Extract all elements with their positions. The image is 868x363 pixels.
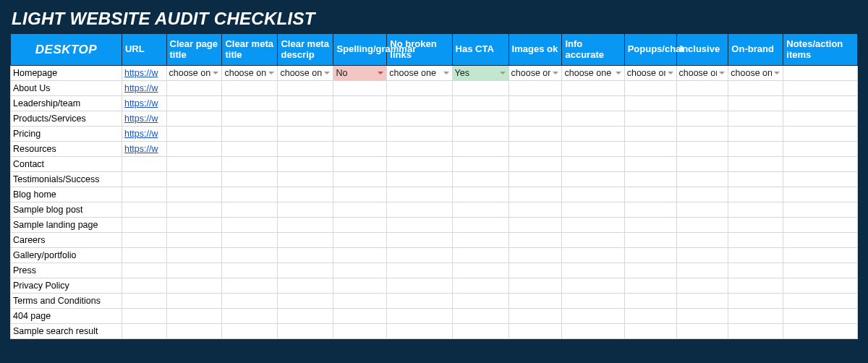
- cell-notes[interactable]: [783, 187, 858, 202]
- cell-spelling-grammar[interactable]: [333, 111, 387, 127]
- cell-popups-chat[interactable]: [624, 202, 676, 218]
- cell-clear-page-title[interactable]: [166, 278, 222, 294]
- cell-clear-page-title[interactable]: [166, 111, 222, 127]
- cell-no-broken-links[interactable]: [387, 309, 452, 324]
- cell-images-ok[interactable]: [509, 142, 562, 157]
- cell-info-accurate[interactable]: [562, 172, 624, 187]
- cell-notes[interactable]: [783, 263, 858, 278]
- cell-spelling-grammar[interactable]: [333, 324, 387, 339]
- dropdown[interactable]: choose one: [511, 67, 560, 79]
- page-name-cell[interactable]: About Us: [11, 81, 122, 96]
- cell-has-cta[interactable]: [452, 187, 509, 202]
- url-link[interactable]: https://w: [124, 144, 158, 154]
- cell-info-accurate[interactable]: [562, 263, 624, 278]
- cell-no-broken-links[interactable]: [387, 81, 452, 96]
- cell-inclusive[interactable]: [676, 248, 728, 263]
- cell-clear-meta-descrip[interactable]: [278, 127, 333, 142]
- cell-clear-meta-title[interactable]: [222, 294, 278, 309]
- cell-inclusive[interactable]: [676, 309, 728, 324]
- cell-notes[interactable]: [783, 96, 858, 111]
- cell-info-accurate[interactable]: [562, 278, 624, 294]
- cell-popups-chat[interactable]: [624, 278, 676, 294]
- cell-images-ok[interactable]: [509, 278, 562, 294]
- cell-inclusive[interactable]: [676, 202, 728, 218]
- cell-clear-page-title[interactable]: [166, 218, 222, 233]
- cell-clear-meta-descrip[interactable]: [278, 324, 333, 339]
- cell-on-brand[interactable]: [728, 111, 783, 127]
- cell-has-cta[interactable]: [452, 278, 509, 294]
- cell-clear-meta-title[interactable]: [222, 278, 278, 294]
- cell-popups-chat[interactable]: choose one: [624, 66, 676, 81]
- cell-notes[interactable]: [783, 202, 858, 218]
- cell-notes[interactable]: [783, 142, 858, 157]
- cell-on-brand[interactable]: [728, 202, 783, 218]
- cell-spelling-grammar[interactable]: [333, 278, 387, 294]
- cell-on-brand[interactable]: [728, 233, 783, 248]
- cell-on-brand[interactable]: [728, 248, 783, 263]
- cell-popups-chat[interactable]: [624, 142, 676, 157]
- cell-notes[interactable]: [783, 157, 858, 172]
- cell-spelling-grammar[interactable]: [333, 218, 387, 233]
- cell-spelling-grammar[interactable]: [333, 142, 387, 157]
- cell-clear-meta-title[interactable]: [222, 324, 278, 339]
- url-cell[interactable]: [122, 294, 166, 309]
- dropdown[interactable]: choose one: [627, 67, 674, 79]
- cell-inclusive[interactable]: [676, 96, 728, 111]
- cell-images-ok[interactable]: [509, 172, 562, 187]
- cell-info-accurate[interactable]: [562, 111, 624, 127]
- cell-popups-chat[interactable]: [624, 294, 676, 309]
- cell-clear-meta-title[interactable]: choose one: [222, 66, 278, 81]
- cell-has-cta[interactable]: [452, 233, 509, 248]
- cell-clear-meta-title[interactable]: [222, 157, 278, 172]
- cell-clear-page-title[interactable]: choose one: [166, 66, 222, 81]
- cell-clear-meta-title[interactable]: [222, 172, 278, 187]
- page-name-cell[interactable]: Sample search result: [11, 324, 122, 339]
- cell-clear-meta-title[interactable]: [222, 142, 278, 157]
- cell-no-broken-links[interactable]: [387, 294, 452, 309]
- cell-inclusive[interactable]: [676, 233, 728, 248]
- url-cell[interactable]: [122, 202, 166, 218]
- url-cell[interactable]: https://w: [122, 96, 166, 111]
- cell-has-cta[interactable]: [452, 96, 509, 111]
- cell-images-ok[interactable]: [509, 187, 562, 202]
- cell-clear-meta-descrip[interactable]: [278, 248, 333, 263]
- cell-no-broken-links[interactable]: [387, 142, 452, 157]
- cell-clear-meta-descrip[interactable]: [278, 202, 333, 218]
- page-name-cell[interactable]: Resources: [11, 142, 122, 157]
- cell-has-cta[interactable]: [452, 324, 509, 339]
- page-name-cell[interactable]: Terms and Conditions: [11, 294, 122, 309]
- cell-on-brand[interactable]: choose one: [728, 66, 783, 81]
- url-link[interactable]: https://w: [124, 98, 158, 108]
- page-name-cell[interactable]: Products/Services: [11, 111, 122, 127]
- cell-info-accurate[interactable]: [562, 127, 624, 142]
- cell-images-ok[interactable]: [509, 294, 562, 309]
- cell-spelling-grammar[interactable]: [333, 263, 387, 278]
- cell-clear-page-title[interactable]: [166, 187, 222, 202]
- cell-has-cta[interactable]: [452, 127, 509, 142]
- cell-inclusive[interactable]: [676, 324, 728, 339]
- cell-images-ok[interactable]: [509, 309, 562, 324]
- page-name-cell[interactable]: Sample landing page: [11, 218, 122, 233]
- cell-images-ok[interactable]: [509, 111, 562, 127]
- cell-clear-page-title[interactable]: [166, 294, 222, 309]
- cell-clear-meta-title[interactable]: [222, 218, 278, 233]
- cell-info-accurate[interactable]: [562, 187, 624, 202]
- cell-inclusive[interactable]: choose one: [676, 66, 728, 81]
- cell-on-brand[interactable]: [728, 142, 783, 157]
- cell-images-ok[interactable]: [509, 96, 562, 111]
- cell-inclusive[interactable]: [676, 263, 728, 278]
- page-name-cell[interactable]: Sample blog post: [11, 202, 122, 218]
- url-cell[interactable]: [122, 172, 166, 187]
- cell-popups-chat[interactable]: [624, 324, 676, 339]
- cell-notes[interactable]: [783, 278, 858, 294]
- cell-has-cta[interactable]: [452, 263, 509, 278]
- page-name-cell[interactable]: Careers: [11, 233, 122, 248]
- cell-inclusive[interactable]: [676, 218, 728, 233]
- url-cell[interactable]: [122, 309, 166, 324]
- cell-spelling-grammar[interactable]: [333, 187, 387, 202]
- cell-inclusive[interactable]: [676, 111, 728, 127]
- cell-info-accurate[interactable]: choose one: [562, 66, 624, 81]
- cell-info-accurate[interactable]: [562, 324, 624, 339]
- cell-clear-meta-title[interactable]: [222, 81, 278, 96]
- cell-inclusive[interactable]: [676, 127, 728, 142]
